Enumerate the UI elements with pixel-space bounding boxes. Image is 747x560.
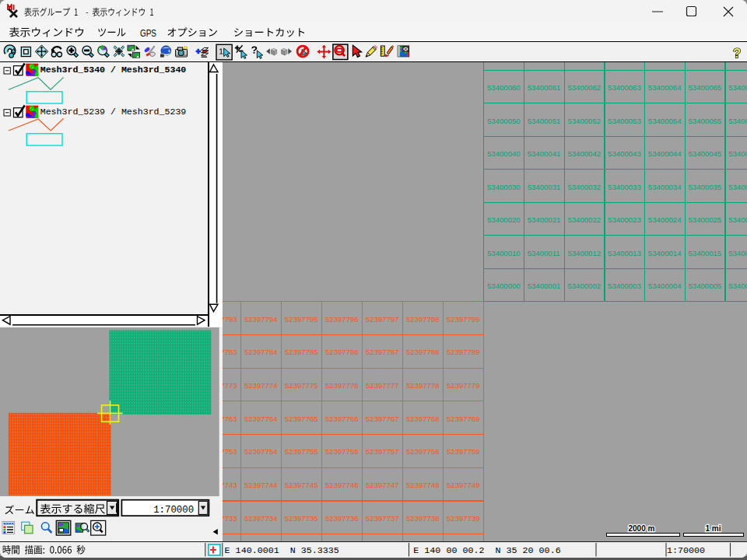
svg-text:52397757: 52397757 xyxy=(366,448,399,457)
svg-text:53400020: 53400020 xyxy=(487,215,521,224)
svg-text:53400025: 53400025 xyxy=(689,215,722,224)
svg-text:53400050: 53400050 xyxy=(487,117,521,125)
svg-text:53400013: 53400013 xyxy=(608,249,641,257)
svg-text:52397744: 52397744 xyxy=(244,481,278,489)
svg-text:52397798: 52397798 xyxy=(406,315,440,324)
svg-text:E 140 00 00.2 N 35 20 00.6: E 140 00 00.2 N 35 20 00.6 xyxy=(413,546,560,557)
svg-text:52397774: 52397774 xyxy=(244,381,278,390)
svg-text:53400012: 53400012 xyxy=(567,249,601,257)
svg-text:53400006: 53400006 xyxy=(728,282,747,290)
svg-text:1:70000: 1:70000 xyxy=(153,505,194,516)
svg-text:52397789: 52397789 xyxy=(447,348,480,357)
svg-text:52397754: 52397754 xyxy=(244,448,278,457)
svg-text:52397755: 52397755 xyxy=(285,448,318,457)
svg-text:53400005: 53400005 xyxy=(689,282,722,290)
svg-text:53400035: 53400035 xyxy=(689,183,722,191)
svg-text:52397778: 52397778 xyxy=(406,381,440,390)
svg-text:53400000: 53400000 xyxy=(487,282,521,290)
svg-text:53400030: 53400030 xyxy=(487,183,521,191)
svg-text:52397797: 52397797 xyxy=(366,315,399,324)
svg-text:53400062: 53400062 xyxy=(567,83,601,92)
svg-text:52397745: 52397745 xyxy=(285,481,318,489)
svg-text:52397795: 52397795 xyxy=(285,315,318,324)
svg-text:53400052: 53400052 xyxy=(567,117,601,125)
svg-text:53400065: 53400065 xyxy=(689,83,722,92)
svg-text:53400043: 53400043 xyxy=(608,149,641,158)
svg-text:53400022: 53400022 xyxy=(567,215,601,224)
svg-text:52397776: 52397776 xyxy=(325,381,359,390)
svg-text:53400036: 53400036 xyxy=(728,183,747,191)
svg-text:52397785: 52397785 xyxy=(285,348,318,357)
svg-text:GPS: GPS xyxy=(140,28,156,39)
svg-text:Mesh3rd_5239 / Mesh3rd_5239: Mesh3rd_5239 / Mesh3rd_5239 xyxy=(40,107,187,117)
svg-text:53400055: 53400055 xyxy=(689,117,722,125)
svg-text:53400066: 53400066 xyxy=(728,83,747,92)
svg-text:53400024: 53400024 xyxy=(648,215,682,224)
svg-text:52397777: 52397777 xyxy=(366,381,399,390)
svg-text:52397758: 52397758 xyxy=(406,448,440,457)
svg-text:53400054: 53400054 xyxy=(648,117,682,125)
svg-text:52397766: 52397766 xyxy=(325,415,359,423)
svg-text:52397739: 52397739 xyxy=(447,514,480,523)
svg-text:53400033: 53400033 xyxy=(608,183,641,191)
svg-text:53400004: 53400004 xyxy=(648,282,682,290)
svg-text:52397768: 52397768 xyxy=(406,415,440,423)
svg-text:52397746: 52397746 xyxy=(325,481,359,489)
svg-text:1:70000: 1:70000 xyxy=(667,546,705,557)
svg-text:52397773: 52397773 xyxy=(223,381,237,390)
svg-text:53400040: 53400040 xyxy=(487,149,521,158)
svg-text:52397748: 52397748 xyxy=(406,481,440,489)
svg-text:53400002: 53400002 xyxy=(567,282,601,290)
svg-text:53400061: 53400061 xyxy=(528,83,561,92)
svg-text:52397796: 52397796 xyxy=(325,315,359,324)
svg-text:52397769: 52397769 xyxy=(447,415,480,423)
svg-text:Mesh3rd_5340 / Mesh3rd_5340: Mesh3rd_5340 / Mesh3rd_5340 xyxy=(40,65,187,75)
svg-text:52397743: 52397743 xyxy=(223,481,237,489)
svg-text:E 140.0001 N 35.3335: E 140.0001 N 35.3335 xyxy=(225,546,339,557)
svg-text:53400032: 53400032 xyxy=(567,183,601,191)
svg-text:52397767: 52397767 xyxy=(366,415,399,423)
svg-text:53400046: 53400046 xyxy=(728,149,747,158)
svg-text:52397779: 52397779 xyxy=(447,381,480,390)
svg-text:52397784: 52397784 xyxy=(244,348,278,357)
svg-text:52397799: 52397799 xyxy=(447,315,480,324)
svg-text:52397794: 52397794 xyxy=(244,315,278,324)
svg-text:53400026: 53400026 xyxy=(728,215,747,224)
svg-text:53400064: 53400064 xyxy=(648,83,682,92)
svg-text:52397786: 52397786 xyxy=(325,348,359,357)
svg-text:52397735: 52397735 xyxy=(285,514,318,523)
svg-text:52397737: 52397737 xyxy=(366,514,399,523)
svg-text:53400014: 53400014 xyxy=(648,249,682,257)
svg-text:52397765: 52397765 xyxy=(285,415,318,423)
svg-text:52397783: 52397783 xyxy=(223,348,237,357)
svg-text:52397738: 52397738 xyxy=(406,514,440,523)
svg-text:53400060: 53400060 xyxy=(487,83,521,92)
svg-text:53400003: 53400003 xyxy=(608,282,641,290)
svg-text:53400053: 53400053 xyxy=(608,117,641,125)
svg-text:52397775: 52397775 xyxy=(285,381,318,390)
svg-text:53400041: 53400041 xyxy=(528,149,561,158)
svg-text:53400023: 53400023 xyxy=(608,215,641,224)
svg-text:53400045: 53400045 xyxy=(689,149,722,158)
svg-text:53400001: 53400001 xyxy=(528,282,561,290)
svg-text:1 mi: 1 mi xyxy=(706,524,721,533)
svg-text:53400063: 53400063 xyxy=(608,83,641,92)
svg-text:53400034: 53400034 xyxy=(648,183,682,191)
svg-text:53400042: 53400042 xyxy=(567,149,601,158)
svg-text:52397763: 52397763 xyxy=(223,415,237,423)
svg-text:52397764: 52397764 xyxy=(244,415,278,423)
svg-text:52397753: 52397753 xyxy=(223,448,237,457)
svg-text:53400010: 53400010 xyxy=(487,249,521,257)
svg-text:53400051: 53400051 xyxy=(528,117,561,125)
svg-text:53400021: 53400021 xyxy=(528,215,561,224)
svg-text:53400016: 53400016 xyxy=(728,249,747,257)
svg-text:53400011: 53400011 xyxy=(528,249,560,257)
svg-text:53400044: 53400044 xyxy=(648,149,682,158)
svg-text:2000 m: 2000 m xyxy=(629,524,655,533)
svg-text:52397756: 52397756 xyxy=(325,448,359,457)
svg-text:53400031: 53400031 xyxy=(528,183,561,191)
svg-text:52397793: 52397793 xyxy=(223,315,237,324)
svg-text:52397747: 52397747 xyxy=(366,481,399,489)
svg-text:52397736: 52397736 xyxy=(325,514,359,523)
svg-text:52397734: 52397734 xyxy=(244,514,278,523)
